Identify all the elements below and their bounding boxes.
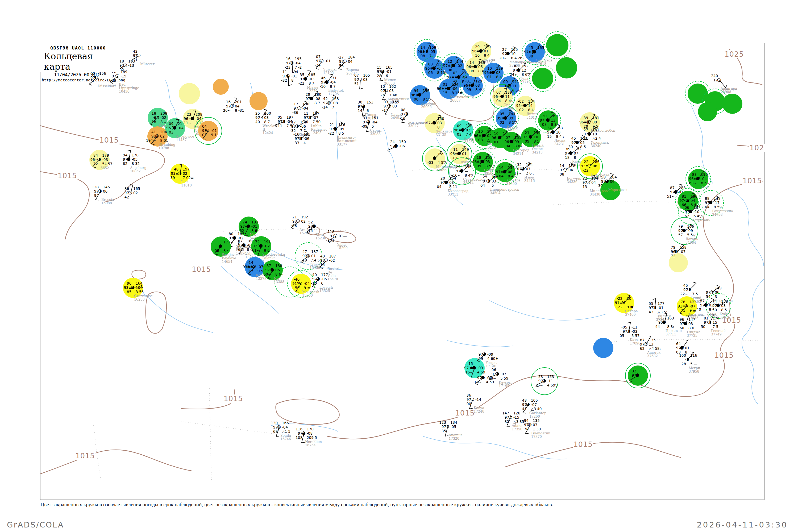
station-cloud-group: 5 bbox=[372, 125, 374, 129]
station-name-label: Житковичи 33027 bbox=[408, 121, 429, 128]
station-temperature: 04 bbox=[193, 125, 207, 129]
station-temperature: 09 bbox=[160, 122, 173, 126]
station-pressure: 176 bbox=[338, 123, 345, 127]
station-visibility-weather: 97 bbox=[504, 68, 517, 72]
station-cloud-group: 7 50 bbox=[286, 124, 294, 128]
station-dewpoint: 44∼ bbox=[650, 325, 663, 329]
station-temperature: 96 bbox=[118, 281, 131, 285]
station-visibility-weather: 96✱ bbox=[448, 128, 461, 132]
station-dewpoint: -14 bbox=[349, 109, 362, 113]
station-pressure-tendency: 03 bbox=[486, 160, 490, 164]
station-dewpoint: -09 bbox=[354, 125, 367, 129]
station-dewpoint: 65 bbox=[229, 248, 243, 252]
station-pressure-tendency: -04 bbox=[304, 282, 310, 286]
station-pressure-tendency: -08 bbox=[307, 432, 312, 435]
station-dewpoint: 60 bbox=[671, 326, 684, 330]
station-cloud-group: 7 bbox=[332, 105, 334, 109]
station-visibility-weather: 97❄] bbox=[439, 64, 452, 68]
station-pressure: 165 bbox=[537, 46, 544, 50]
station-visibility-weather: 95= bbox=[510, 104, 524, 108]
station-temperature: -35 bbox=[291, 73, 304, 77]
station-visibility-weather: 97 bbox=[349, 104, 362, 109]
station-temperature: 48 bbox=[165, 167, 178, 171]
station-temperature: 36 bbox=[556, 147, 570, 151]
station-dewpoint: -16 bbox=[392, 116, 405, 120]
station-visibility-weather: 97·· bbox=[533, 118, 547, 122]
station-dewpoint: -14 bbox=[315, 105, 328, 109]
station-temperature: 15 bbox=[368, 65, 381, 70]
station-cloud-group: 8 5 : bbox=[534, 139, 542, 144]
station-temperature: 27 bbox=[575, 128, 588, 132]
station-pressure: 147 bbox=[688, 318, 695, 322]
station-pressure: 184 bbox=[348, 55, 355, 59]
station-dewpoint: -58 bbox=[330, 64, 344, 68]
station-cloud-group: 8 4▽ bbox=[475, 88, 484, 92]
station-pressure: 148 bbox=[714, 196, 721, 201]
station-pressure-tendency: -15 bbox=[120, 74, 126, 78]
station-pressure: 190 bbox=[701, 173, 708, 177]
station-pressure-tendency: -06 bbox=[399, 144, 405, 148]
station-pressure-tendency: 03 bbox=[392, 104, 397, 108]
timestamp-stamp: 2026-04-11-03:30 bbox=[697, 520, 788, 529]
station-temperature: 116 bbox=[289, 427, 302, 431]
station-name-label: Миллерово 34438 bbox=[590, 189, 610, 196]
station-visibility-weather: 97 bbox=[295, 116, 308, 120]
station-temperature: 72 bbox=[246, 240, 260, 244]
station-dewpoint: -17 bbox=[240, 269, 253, 273]
station-pressure-tendency: -04 bbox=[330, 80, 336, 84]
station-pressure: 178 bbox=[132, 153, 138, 157]
station-pressure: 190 bbox=[302, 102, 309, 106]
station-temperature: 29 bbox=[447, 165, 460, 169]
station-visibility-weather: 93≡ bbox=[575, 164, 588, 168]
station-pressure: 165 bbox=[133, 187, 140, 191]
station-pressure-tendency: 03 bbox=[475, 83, 480, 88]
station-temperature: 07 bbox=[497, 136, 510, 140]
station-visibility-weather: 97 bbox=[247, 116, 260, 120]
station-visibility-weather: 97 bbox=[696, 201, 709, 205]
station-pressure-tendency: 04 bbox=[568, 168, 573, 172]
station-cloud-group: 7 5 bbox=[712, 325, 718, 329]
station-cloud-group: 8 07 bbox=[514, 144, 522, 148]
station-temperature: -02 bbox=[510, 99, 524, 103]
station-pressure-tendency: -09 bbox=[487, 353, 493, 357]
station-pressure: 20 bbox=[627, 297, 631, 301]
station-dewpoint: 22∼ bbox=[674, 292, 688, 296]
station-visibility-weather: 97 bbox=[671, 322, 684, 326]
station-temperature: 05 bbox=[269, 115, 282, 119]
isobar-label: 1015 bbox=[75, 452, 95, 460]
station-pressure-tendency: — bbox=[366, 104, 370, 109]
station-temperature: 147 bbox=[496, 411, 509, 415]
station-visibility-weather: 97 bbox=[372, 89, 385, 93]
station-name-label: Сарны 33088 bbox=[370, 129, 381, 136]
station-visibility-weather: 93✱✱ bbox=[240, 265, 253, 269]
station-visibility-weather: 97 bbox=[392, 112, 405, 116]
station-cloud-group: 8 01 bbox=[160, 138, 168, 142]
station-visibility-weather: 97 bbox=[307, 59, 321, 63]
station-visibility-weather: 97 bbox=[289, 432, 302, 435]
station-temperature: 45 bbox=[563, 136, 576, 140]
station-pressure: 164 bbox=[449, 176, 456, 180]
station-dewpoint: 30∼ bbox=[592, 184, 606, 188]
station-pressure: 187 bbox=[329, 254, 336, 258]
station-cloud-group: 8 6▽ bbox=[521, 73, 530, 77]
station-dewpoint: 04— bbox=[432, 185, 445, 189]
station-visibility-weather: 97 bbox=[284, 220, 297, 224]
station-visibility-weather: 97 bbox=[433, 425, 446, 429]
station-visibility-weather: 97 bbox=[294, 254, 307, 258]
station-temperature: 05 bbox=[491, 112, 504, 116]
station-visibility-weather: 97 bbox=[592, 179, 606, 184]
station-dewpoint: 64 bbox=[696, 205, 709, 209]
station-cloud-group: 8 -31 bbox=[235, 109, 244, 113]
station-cloud-group: 4 59▽ bbox=[547, 383, 558, 387]
station-name-label: Lovetch 15525 bbox=[320, 286, 333, 292]
station-temperature: 10 bbox=[485, 132, 498, 136]
station-cloud-group: 4 60✱ bbox=[487, 357, 498, 361]
station-pressure: 180 bbox=[315, 93, 321, 97]
station-temperature: 21 bbox=[284, 215, 297, 219]
station-pressure: 150 bbox=[484, 45, 491, 49]
station-name-label: Linz 11010 bbox=[181, 180, 192, 187]
station-name-label: Heraklion 16754 bbox=[305, 440, 322, 447]
station-dewpoint: 71 bbox=[672, 308, 685, 312]
station-cloud-group: 8 6 bbox=[688, 326, 694, 330]
station-cloud-group: 6 4▽ bbox=[694, 214, 702, 218]
